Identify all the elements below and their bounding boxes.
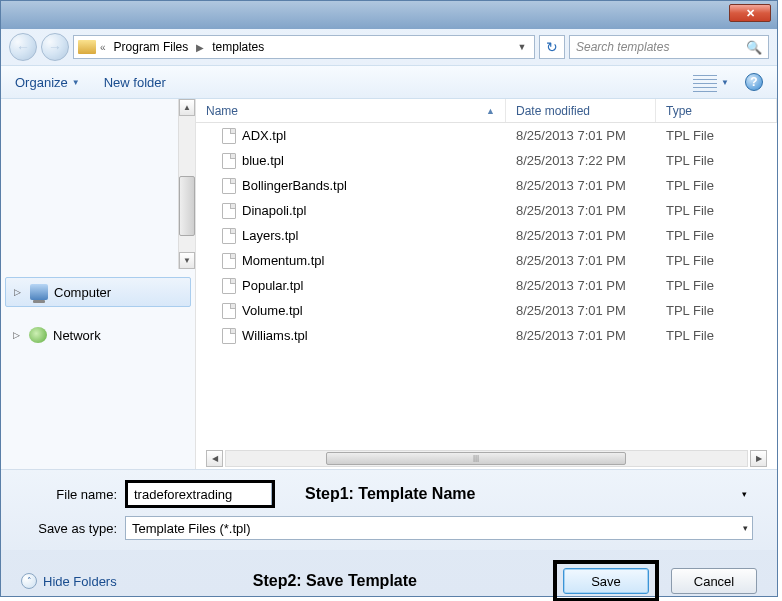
file-row[interactable]: Volume.tpl8/25/2013 7:01 PMTPL File bbox=[196, 298, 777, 323]
column-headers: Name ▲ Date modified Type bbox=[196, 99, 777, 123]
file-row[interactable]: Momentum.tpl8/25/2013 7:01 PMTPL File bbox=[196, 248, 777, 273]
organize-menu[interactable]: Organize ▼ bbox=[15, 75, 80, 90]
organize-label: Organize bbox=[15, 75, 68, 90]
help-button[interactable]: ? bbox=[745, 73, 763, 91]
titlebar: ✕ bbox=[1, 1, 777, 29]
file-icon bbox=[222, 303, 236, 319]
file-icon bbox=[222, 278, 236, 294]
column-header-date[interactable]: Date modified bbox=[506, 99, 656, 122]
chevron-up-icon: ▲ bbox=[183, 103, 191, 112]
arrow-right-icon: → bbox=[48, 39, 62, 55]
file-date: 8/25/2013 7:01 PM bbox=[506, 328, 656, 343]
address-bar[interactable]: « Program Files ▶ templates ▼ bbox=[73, 35, 535, 59]
save-button[interactable]: Save bbox=[563, 568, 649, 594]
file-type: TPL File bbox=[656, 328, 777, 343]
hscroll-thumb[interactable]: ||| bbox=[326, 452, 626, 465]
cancel-label: Cancel bbox=[694, 574, 734, 589]
hscrollbar[interactable]: ||| bbox=[225, 450, 748, 467]
path-sep-icon: « bbox=[100, 42, 106, 53]
chevron-down-icon: ▼ bbox=[183, 256, 191, 265]
scroll-thumb[interactable] bbox=[179, 176, 195, 236]
file-type: TPL File bbox=[656, 203, 777, 218]
filename-value: tradeforextrading bbox=[134, 487, 232, 502]
tree-item-network[interactable]: ▷ Network bbox=[5, 321, 191, 349]
file-icon bbox=[222, 153, 236, 169]
step2-highlight: Save bbox=[553, 560, 659, 601]
chevron-down-icon: ▼ bbox=[721, 78, 729, 87]
refresh-icon: ↻ bbox=[546, 39, 558, 55]
file-date: 8/25/2013 7:01 PM bbox=[506, 128, 656, 143]
expand-icon[interactable]: ▷ bbox=[13, 330, 23, 340]
saveastype-label: Save as type: bbox=[25, 521, 125, 536]
file-name: Layers.tpl bbox=[242, 228, 298, 243]
file-name: Dinapoli.tpl bbox=[242, 203, 306, 218]
path-segment-templates[interactable]: templates bbox=[208, 40, 268, 54]
filename-label: File name: bbox=[25, 487, 125, 502]
file-date: 8/25/2013 7:01 PM bbox=[506, 303, 656, 318]
network-icon bbox=[29, 327, 47, 343]
file-row[interactable]: Layers.tpl8/25/2013 7:01 PMTPL File bbox=[196, 223, 777, 248]
cancel-button[interactable]: Cancel bbox=[671, 568, 757, 594]
view-options-button[interactable]: ▼ bbox=[693, 72, 729, 92]
path-segment-program-files[interactable]: Program Files bbox=[110, 40, 193, 54]
file-type: TPL File bbox=[656, 178, 777, 193]
back-button[interactable]: ← bbox=[9, 33, 37, 61]
close-icon: ✕ bbox=[746, 7, 755, 20]
file-type: TPL File bbox=[656, 253, 777, 268]
path-dropdown-icon[interactable]: ▼ bbox=[514, 42, 530, 52]
collapse-icon: ˄ bbox=[21, 573, 37, 589]
chevron-right-icon: ▶ bbox=[756, 454, 762, 463]
file-type: TPL File bbox=[656, 278, 777, 293]
expand-icon[interactable]: ▷ bbox=[14, 287, 24, 297]
list-view-icon bbox=[693, 72, 717, 92]
scroll-up-button[interactable]: ▲ bbox=[179, 99, 195, 116]
file-list-pane: Name ▲ Date modified Type ADX.tpl8/25/20… bbox=[196, 99, 777, 469]
save-dialog-window: ✕ ← → « Program Files ▶ templates ▼ ↻ Se… bbox=[0, 0, 778, 597]
file-date: 8/25/2013 7:01 PM bbox=[506, 278, 656, 293]
saveastype-dropdown[interactable]: Template Files (*.tpl) ▾ bbox=[125, 516, 753, 540]
refresh-button[interactable]: ↻ bbox=[539, 35, 565, 59]
file-type: TPL File bbox=[656, 228, 777, 243]
hide-folders-button[interactable]: ˄ Hide Folders bbox=[21, 573, 117, 589]
sidebar-scrollbar[interactable]: ▲ ▼ bbox=[178, 99, 195, 269]
sort-ascending-icon: ▲ bbox=[486, 106, 495, 116]
file-date: 8/25/2013 7:01 PM bbox=[506, 203, 656, 218]
file-row[interactable]: Williams.tpl8/25/2013 7:01 PMTPL File bbox=[196, 323, 777, 348]
file-name: Popular.tpl bbox=[242, 278, 303, 293]
tree-label-computer: Computer bbox=[54, 285, 111, 300]
file-name: Williams.tpl bbox=[242, 328, 308, 343]
search-input[interactable]: Search templates 🔍 bbox=[569, 35, 769, 59]
search-placeholder: Search templates bbox=[576, 40, 669, 54]
file-date: 8/25/2013 7:22 PM bbox=[506, 153, 656, 168]
file-icon bbox=[222, 253, 236, 269]
col-date-label: Date modified bbox=[516, 104, 590, 118]
file-row[interactable]: Dinapoli.tpl8/25/2013 7:01 PMTPL File bbox=[196, 198, 777, 223]
file-icon bbox=[222, 203, 236, 219]
forward-button[interactable]: → bbox=[41, 33, 69, 61]
file-row[interactable]: BollingerBands.tpl8/25/2013 7:01 PMTPL F… bbox=[196, 173, 777, 198]
new-folder-label: New folder bbox=[104, 75, 166, 90]
saveastype-row: Save as type: Template Files (*.tpl) ▾ bbox=[25, 516, 753, 540]
scroll-right-button[interactable]: ▶ bbox=[750, 450, 767, 467]
filename-input[interactable]: tradeforextrading bbox=[128, 483, 272, 505]
step1-highlight: tradeforextrading bbox=[125, 480, 275, 508]
file-type: TPL File bbox=[656, 153, 777, 168]
file-date: 8/25/2013 7:01 PM bbox=[506, 228, 656, 243]
bottom-bar: ˄ Hide Folders Step2: Save Template Save… bbox=[1, 550, 777, 601]
scroll-down-button[interactable]: ▼ bbox=[179, 252, 195, 269]
navigation-pane: ▲ ▼ ▷ Computer ▷ Network bbox=[1, 99, 196, 469]
column-header-name[interactable]: Name ▲ bbox=[196, 99, 506, 122]
file-row[interactable]: ADX.tpl8/25/2013 7:01 PMTPL File bbox=[196, 123, 777, 148]
hscroll-area: ◀ ||| ▶ bbox=[196, 447, 777, 469]
file-name: Volume.tpl bbox=[242, 303, 303, 318]
scroll-left-button[interactable]: ◀ bbox=[206, 450, 223, 467]
file-row[interactable]: blue.tpl8/25/2013 7:22 PMTPL File bbox=[196, 148, 777, 173]
new-folder-button[interactable]: New folder bbox=[104, 75, 166, 90]
close-button[interactable]: ✕ bbox=[729, 4, 771, 22]
filename-row: File name: tradeforextrading Step1: Temp… bbox=[25, 480, 753, 508]
column-header-type[interactable]: Type bbox=[656, 99, 777, 122]
filename-dropdown-icon[interactable]: ▾ bbox=[735, 489, 753, 499]
file-row[interactable]: Popular.tpl8/25/2013 7:01 PMTPL File bbox=[196, 273, 777, 298]
file-name: ADX.tpl bbox=[242, 128, 286, 143]
tree-item-computer[interactable]: ▷ Computer bbox=[5, 277, 191, 307]
